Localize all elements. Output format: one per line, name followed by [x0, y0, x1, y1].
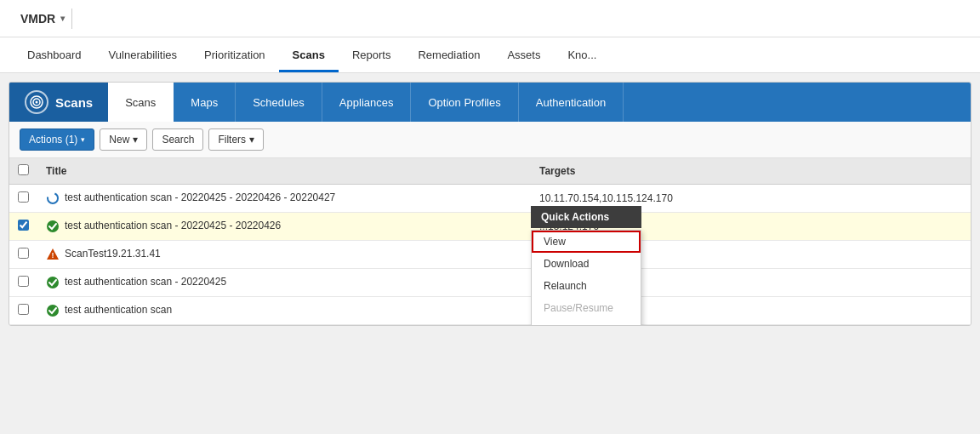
nav-item-remediation[interactable]: Remediation [404, 40, 493, 72]
actions-chevron: ▾ [81, 135, 85, 144]
filters-label: Filters [218, 134, 246, 146]
svg-point-3 [48, 193, 58, 203]
row-checkbox-4[interactable] [18, 276, 29, 287]
quick-action-download[interactable]: Download [532, 253, 641, 275]
title-column-header: Title [37, 158, 531, 185]
quick-action-relaunch[interactable]: Relaunch [532, 275, 641, 297]
status-icon-4 [46, 276, 60, 289]
row-checkbox-2[interactable] [18, 220, 29, 231]
subtab-schedules[interactable]: Schedules [236, 83, 322, 122]
quick-action-view[interactable]: View [532, 231, 641, 253]
nav-item-vulnerabilities[interactable]: Vulnerabilities [95, 40, 191, 72]
content-area: Scans Scans Maps Schedules Appliances Op… [9, 82, 971, 326]
new-chevron: ▾ [133, 134, 138, 146]
app-selector[interactable]: VMDR ▾ [14, 9, 72, 29]
actions-button[interactable]: Actions (1) ▾ [20, 128, 94, 151]
svg-point-2 [36, 101, 38, 104]
row-title-cell-3: !ScanTest19.21.31.41 [37, 241, 531, 269]
new-label: New [109, 134, 129, 146]
subtab-logo: Scans [9, 83, 108, 122]
row-checkbox-1[interactable] [18, 191, 29, 203]
table-header-row: Title Targets [9, 158, 971, 185]
row-title-cell-4: test authentication scan - 20220425 [37, 269, 531, 297]
row-title-cell-1: test authentication scan - 20220425 - 20… [37, 185, 531, 213]
subtab-logo-label: Scans [55, 95, 93, 110]
top-bar: VMDR ▾ [0, 0, 980, 37]
table-row: !ScanTest19.21.31.41 [9, 241, 971, 269]
row-title-2: test authentication scan - 20220425 - 20… [65, 220, 281, 231]
row-title-5: test authentication scan [65, 304, 172, 316]
row-title-3: ScanTest19.21.31.41 [65, 248, 161, 260]
app-selector-chevron: ▾ [60, 14, 65, 23]
search-button[interactable]: Search [152, 128, 203, 151]
subtab-option-profiles[interactable]: Option Profiles [411, 83, 518, 122]
scans-table: Title Targets test authentication scan -… [9, 158, 971, 325]
status-icon-3: ! [46, 248, 60, 261]
select-all-header [9, 158, 37, 185]
status-icon-2 [46, 220, 60, 233]
svg-text:!: ! [52, 251, 54, 260]
row-checkbox-3[interactable] [18, 248, 29, 259]
quick-action-cancel: Cancel [532, 319, 641, 326]
table-row: test authentication scan - 20220425 - 20… [9, 213, 971, 241]
subtab-authentication[interactable]: Authentication [519, 83, 624, 122]
subtab-maps[interactable]: Maps [174, 83, 236, 122]
table-row: test authentication scan...0.115.136.176 [9, 297, 971, 325]
quick-actions-header: Quick Actions [531, 206, 641, 228]
app-name: VMDR [20, 12, 55, 26]
row-title-cell-5: test authentication scan [37, 297, 531, 325]
scans-logo-icon [25, 90, 48, 114]
subtab-scans[interactable]: Scans [108, 83, 174, 122]
row-checkbox-5[interactable] [18, 304, 29, 315]
nav-bar: Dashboard Vulnerabilities Prioritization… [0, 37, 980, 73]
subtab-appliances[interactable]: Appliances [322, 83, 412, 122]
targets-column-header: Targets [531, 158, 971, 185]
row-title-4: test authentication scan - 20220425 [65, 276, 226, 288]
filters-chevron: ▾ [249, 134, 254, 146]
table-row: test authentication scan - 20220425 - 20… [9, 185, 971, 213]
status-icon-1 [46, 191, 60, 205]
row-title-cell-2: test authentication scan - 20220425 - 20… [37, 213, 531, 241]
nav-item-knowledge[interactable]: Kno... [554, 40, 610, 72]
search-label: Search [162, 134, 194, 146]
nav-item-dashboard[interactable]: Dashboard [14, 40, 95, 72]
nav-item-assets[interactable]: Assets [493, 40, 554, 72]
nav-item-prioritization[interactable]: Prioritization [191, 40, 279, 72]
toolbar: Actions (1) ▾ New ▾ Search Filters ▾ [9, 122, 971, 158]
filters-button[interactable]: Filters ▾ [208, 128, 264, 151]
row-title-1: test authentication scan - 20220425 - 20… [65, 191, 335, 203]
nav-item-scans[interactable]: Scans [279, 40, 339, 72]
nav-item-reports[interactable]: Reports [339, 40, 405, 72]
select-all-checkbox[interactable] [18, 164, 29, 175]
status-icon-5 [46, 304, 60, 317]
actions-label: Actions (1) [29, 134, 77, 146]
quick-action-pause-resume: Pause/Resume [532, 297, 641, 319]
new-button[interactable]: New ▾ [100, 128, 147, 151]
table-row: test authentication scan - 20220425...15… [9, 269, 971, 297]
quick-actions-menu: ViewDownloadRelaunchPause/ResumeCancel [531, 230, 641, 326]
subtab-bar: Scans Scans Maps Schedules Appliances Op… [9, 83, 971, 122]
